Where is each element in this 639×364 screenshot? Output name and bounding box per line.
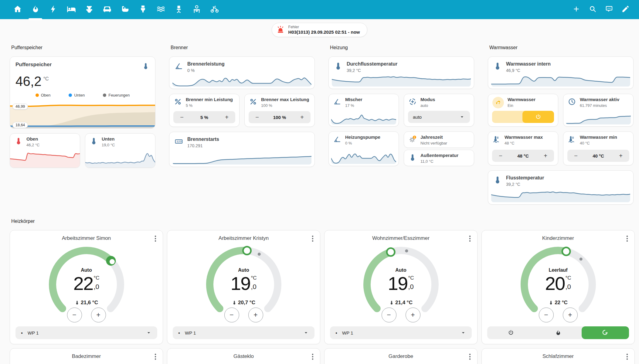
card-value: Nicht verfügbar <box>420 141 447 145</box>
tab-bathroom[interactable] <box>116 0 134 19</box>
warmwasser-switch-card[interactable]: Warmwasser Ein <box>488 94 558 127</box>
temp-increase-button[interactable]: + <box>563 308 578 322</box>
menu-button[interactable] <box>308 234 317 243</box>
toggle-on-handle[interactable] <box>522 111 554 123</box>
decrement-button[interactable]: − <box>498 152 504 159</box>
menu-button[interactable] <box>623 352 631 361</box>
menu-button[interactable] <box>151 352 160 361</box>
menu-button[interactable] <box>466 352 474 361</box>
current-temperature: 22 °C <box>510 300 607 306</box>
thermostat-dial[interactable] <box>510 360 607 364</box>
brenner-min-stepper[interactable]: − 5 % + <box>173 111 235 123</box>
brenner-max-card[interactable]: Brenner max Leistung 100 % − 100 % + <box>244 94 315 127</box>
thermostat-dial[interactable] <box>38 360 135 364</box>
brennerleistung-card[interactable]: Brennerleistung 0 % <box>169 56 315 89</box>
source-select[interactable]: ● WP 1 <box>15 326 157 339</box>
mischer-card[interactable]: MIscher 17 % <box>328 94 399 127</box>
current-temperature: 21,6 °C <box>38 300 135 306</box>
alert-row: Fehler H03(1013) 29.09.2025 02:51 - now <box>0 23 639 37</box>
heizungspumpe-card[interactable]: Heizungspumpe 0 % <box>328 131 399 166</box>
thermostat-title: Kinderzimmer <box>482 230 634 241</box>
error-chip[interactable]: Fehler H03(1013) 29.09.2025 02:51 - now <box>272 23 368 37</box>
increment-button[interactable]: + <box>224 114 230 121</box>
thermostat-dial[interactable]: Auto 22°C,0 21,6 °C − + <box>38 242 135 322</box>
increment-button[interactable]: + <box>618 152 624 159</box>
thermostat-dial[interactable]: Auto 19°C,0 21,4 °C − + <box>352 242 450 322</box>
warmwasser-toggle[interactable] <box>492 111 554 123</box>
increment-button[interactable]: + <box>299 114 305 121</box>
warmwasser-aktiv-card[interactable]: Warmwasser aktiv 61.797 minutes <box>563 94 634 127</box>
section-title: Warmwasser <box>489 45 634 50</box>
edit-button[interactable] <box>620 5 631 15</box>
temp-increase-button[interactable]: + <box>91 308 106 322</box>
card-title: Jahreszeit <box>420 134 447 140</box>
percent-icon <box>174 97 182 106</box>
tab-heating[interactable] <box>26 0 44 19</box>
tab-office[interactable] <box>170 0 188 19</box>
thermostat-dial[interactable]: Leerlauf 20°C,0 22 °C − + <box>510 242 607 322</box>
tab-living-room[interactable] <box>98 0 116 19</box>
jahreszeit-card[interactable]: Jahreszeit Nicht verfügbar <box>404 131 474 148</box>
thermostat-dial[interactable]: Auto 19°C,0 20,7 °C − + <box>195 242 292 322</box>
legend-label: Unten <box>74 93 85 97</box>
tab-bedroom[interactable] <box>62 0 80 19</box>
modus-card[interactable]: Modus auto auto <box>404 94 474 127</box>
warmwasser-intern-card[interactable]: Warmwasser intern 46,9 °C <box>488 56 634 89</box>
brenner-max-stepper[interactable]: − 100 % + <box>249 111 311 123</box>
hvac-auto-button[interactable]: A <box>582 326 629 339</box>
assist-button[interactable] <box>604 5 614 15</box>
warmwasser-min-card[interactable]: Warmwasser min 40 °C − 40 °C + <box>563 131 634 165</box>
unten-card[interactable]: Unten 19,0 °C <box>85 133 155 168</box>
decrement-button[interactable]: − <box>254 114 260 121</box>
decrement-button[interactable]: − <box>573 152 579 159</box>
source-select[interactable]: ● WP 1 <box>173 326 314 339</box>
temp-decrease-button[interactable]: − <box>539 308 554 322</box>
history-sparkline <box>85 151 155 168</box>
tab-pool[interactable] <box>152 0 170 19</box>
temp-increase-button[interactable]: + <box>248 308 263 322</box>
aussentemperatur-card[interactable]: Außentemperatur 11,0 °C <box>404 150 474 166</box>
history-sparkline <box>172 74 311 87</box>
thermostat-dial[interactable] <box>352 360 450 364</box>
flusstemperatur-card[interactable]: Flusstemperatur 39,2 °C <box>488 170 634 205</box>
oben-card[interactable]: Oben 46,2 °C <box>10 133 80 168</box>
decrement-button[interactable]: − <box>179 114 185 121</box>
menu-button[interactable] <box>466 234 474 243</box>
chevron-down-icon <box>303 330 309 336</box>
thermostat-dial[interactable] <box>195 360 292 364</box>
sensor-grid: Pufferspeicher Pufferspeicher 46,2°C Obe… <box>0 37 639 205</box>
temp-decrease-button[interactable]: − <box>224 308 239 322</box>
temp-decrease-button[interactable]: − <box>382 308 396 322</box>
tab-toilet[interactable] <box>134 0 152 19</box>
menu-button[interactable] <box>308 352 317 361</box>
warmwasser-max-card[interactable]: Warmwasser max 48 °C − 48 °C + <box>488 131 558 165</box>
modus-select[interactable]: auto <box>408 111 470 123</box>
menu-button[interactable] <box>623 234 631 243</box>
tab-energy[interactable] <box>44 0 62 19</box>
brenner-min-card[interactable]: Brenner min Leistung 5 % − 5 % + <box>169 94 240 127</box>
temp-decrease-button[interactable]: − <box>67 308 82 322</box>
hvac-mode-label: Auto <box>38 267 135 273</box>
source-select[interactable]: ● WP 1 <box>330 326 472 339</box>
pufferspeicher-card[interactable]: Pufferspeicher 46,2°C Oben Unten Feuerun… <box>10 56 155 128</box>
tab-bike[interactable] <box>206 0 223 19</box>
section-title: Heizkörper <box>11 219 639 224</box>
brennerstarts-card[interactable]: 123 Brennerstarts 170.291 <box>169 132 315 167</box>
tab-home[interactable] <box>8 0 26 19</box>
menu-button[interactable] <box>151 234 160 243</box>
durchflusstemperatur-card[interactable]: Durchflusstemperatur 39,2 °C <box>328 56 474 89</box>
search-button[interactable] <box>587 5 598 15</box>
card-value: 46,9 °C <box>506 68 551 73</box>
thermometer-icon <box>90 137 98 145</box>
increment-button[interactable]: + <box>542 152 549 159</box>
tab-dressing[interactable] <box>188 0 206 19</box>
chevron-down-icon <box>459 114 465 120</box>
hvac-heat-button[interactable] <box>535 326 582 339</box>
hvac-off-button[interactable] <box>487 326 535 339</box>
add-button[interactable] <box>571 5 581 15</box>
temp-increase-button[interactable]: + <box>406 308 420 322</box>
tab-kids-room[interactable] <box>80 0 98 19</box>
history-sparkline <box>566 111 631 124</box>
warmwasser-max-stepper[interactable]: − 48 °C + <box>492 150 554 162</box>
warmwasser-min-stepper[interactable]: − 40 °C + <box>567 150 629 162</box>
